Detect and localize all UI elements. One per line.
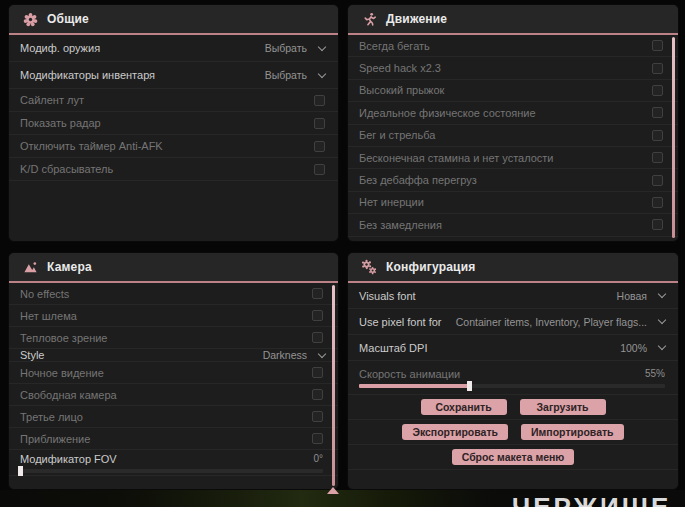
row-label: Показать радар xyxy=(20,117,101,129)
checkbox[interactable] xyxy=(314,164,325,175)
panel-camera-body: No effectsНет шлемаТепловое зрениеStyleD… xyxy=(9,283,338,489)
slider[interactable] xyxy=(359,384,665,388)
row-label: K/D сбрасыватель xyxy=(20,163,113,175)
checkbox[interactable] xyxy=(652,197,663,208)
checkbox[interactable] xyxy=(652,219,663,230)
checkbox[interactable] xyxy=(652,63,663,74)
panel-camera-header[interactable]: Камера xyxy=(9,253,338,283)
checkbox[interactable] xyxy=(652,175,663,186)
row-label: Всегда бегать xyxy=(359,40,430,52)
panel-config: Конфигурация Visuals fontНоваяUse pixel … xyxy=(347,252,679,490)
row-camera-3: StyleDarkness xyxy=(9,349,338,362)
dropdown-value: Новая xyxy=(617,290,647,302)
row-label: Приближение xyxy=(20,433,90,445)
checkbox[interactable] xyxy=(312,433,323,444)
button-загрузить[interactable]: Загрузить xyxy=(520,399,606,415)
panel-general-header[interactable]: Общие xyxy=(9,5,338,35)
row-label: Нет шлема xyxy=(20,310,77,322)
resize-handle-icon[interactable] xyxy=(327,487,339,494)
gear-flower-icon xyxy=(22,11,38,27)
background-watermark-text: ЧЕРЖИШЕ xyxy=(512,492,671,507)
chevron-down-icon xyxy=(658,316,666,324)
row-label: Нет инерции xyxy=(359,196,424,208)
row-camera-0: No effects xyxy=(9,283,338,305)
row-label: Без дебаффа перегруз xyxy=(359,174,477,186)
row-general-5: K/D сбрасыватель xyxy=(9,158,338,181)
row-general-1: Модификаторы инвентаряВыбрать xyxy=(9,62,338,89)
chevron-down-icon xyxy=(318,349,326,357)
checkbox[interactable] xyxy=(312,367,323,378)
mod-menu-screen: ЧЕРЖИШЕ Общие Модиф. оружияВыбратьМодифи… xyxy=(0,0,685,507)
panel-camera: Камера No effectsНет шлемаТепловое зрени… xyxy=(8,252,339,490)
row-label: Бесконечная стамина и нет усталости xyxy=(359,152,554,164)
checkbox[interactable] xyxy=(312,288,323,299)
panel-title: Движение xyxy=(386,12,447,26)
row-label: Speed hack x2.3 xyxy=(359,62,441,74)
panel-title: Камера xyxy=(47,260,92,274)
dropdown-value: Выбрать xyxy=(265,42,307,54)
row-camera-2: Тепловое зрение xyxy=(9,327,338,349)
checkbox[interactable] xyxy=(652,40,663,51)
row-label: Высокий прыжок xyxy=(359,84,444,96)
button-сброс-макета-меню[interactable]: Сброс макета меню xyxy=(452,449,575,465)
checkbox[interactable] xyxy=(652,130,663,141)
chevron-down-icon xyxy=(318,69,326,77)
panel-title: Конфигурация xyxy=(386,260,475,274)
row-label: Модификатор FOV xyxy=(20,453,117,465)
row-label: Бег и стрельба xyxy=(359,129,435,141)
row-config-3: Скорость анимации55% xyxy=(348,361,678,395)
chevron-down-icon xyxy=(658,342,666,350)
row-general-0: Модиф. оружияВыбрать xyxy=(9,35,338,62)
row-general-4: Отключить таймер Anti-AFK xyxy=(9,135,338,158)
checkbox[interactable] xyxy=(312,310,323,321)
scrollbar[interactable] xyxy=(332,285,335,486)
button-импортировать[interactable]: Импортировать xyxy=(521,424,624,440)
panel-general-body: Модиф. оружияВыбратьМодификаторы инвента… xyxy=(9,35,338,241)
checkbox[interactable] xyxy=(312,389,323,400)
row-movement-5: Бесконечная стамина и нет усталости xyxy=(348,147,678,169)
scrollbar[interactable] xyxy=(672,37,675,238)
row-config-2: Масштаб DPI100% xyxy=(348,335,678,361)
checkbox[interactable] xyxy=(652,107,663,118)
row-label: Без замедления xyxy=(359,219,442,231)
panel-title: Общие xyxy=(47,12,89,26)
panel-config-header[interactable]: Конфигурация xyxy=(348,253,678,283)
checkbox[interactable] xyxy=(314,118,325,129)
row-movement-6: Без дебаффа перегруз xyxy=(348,169,678,191)
button-экспортировать[interactable]: Экспортировать xyxy=(402,424,508,440)
dropdown[interactable]: Выбрать xyxy=(265,69,325,81)
row-label: Модификаторы инвентаря xyxy=(20,69,155,81)
row-movement-1: Speed hack x2.3 xyxy=(348,57,678,79)
dropdown[interactable]: 100% xyxy=(620,342,665,354)
slider[interactable] xyxy=(20,469,323,473)
row-label: Visuals font xyxy=(359,290,416,302)
slider-handle[interactable] xyxy=(18,466,23,476)
row-movement-4: Бег и стрельба xyxy=(348,125,678,147)
checkbox[interactable] xyxy=(652,85,663,96)
checkbox[interactable] xyxy=(652,152,663,163)
chevron-down-icon xyxy=(318,42,326,50)
row-movement-3: Идеальное физическое состояние xyxy=(348,102,678,124)
dropdown[interactable]: Container items, Inventory, Player flags… xyxy=(456,316,665,328)
checkbox[interactable] xyxy=(314,95,325,106)
checkbox[interactable] xyxy=(312,332,323,343)
row-camera-6: Третье лицо xyxy=(9,406,338,428)
row-label: Style xyxy=(20,349,44,361)
dropdown[interactable]: Darkness xyxy=(263,349,325,361)
dropdown[interactable]: Новая xyxy=(617,290,665,302)
dropdown[interactable]: Выбрать xyxy=(265,42,325,54)
row-label: Масштаб DPI xyxy=(359,342,427,354)
row-label: Ночное видение xyxy=(20,367,104,379)
row-movement-0: Всегда бегать xyxy=(348,35,678,57)
checkbox[interactable] xyxy=(312,411,323,422)
slider-handle[interactable] xyxy=(467,381,472,391)
button-сохранить[interactable]: Сохранить xyxy=(421,399,507,415)
row-camera-5: Свободная камера xyxy=(9,384,338,406)
dropdown-value: Выбрать xyxy=(265,69,307,81)
row-label: Use pixel font for xyxy=(359,316,442,328)
checkbox[interactable] xyxy=(314,141,325,152)
slider-value: 55% xyxy=(645,368,665,379)
row-movement-8: Без замедления xyxy=(348,214,678,236)
panel-movement-header[interactable]: Движение xyxy=(348,5,678,35)
row-camera-4: Ночное видение xyxy=(9,362,338,384)
